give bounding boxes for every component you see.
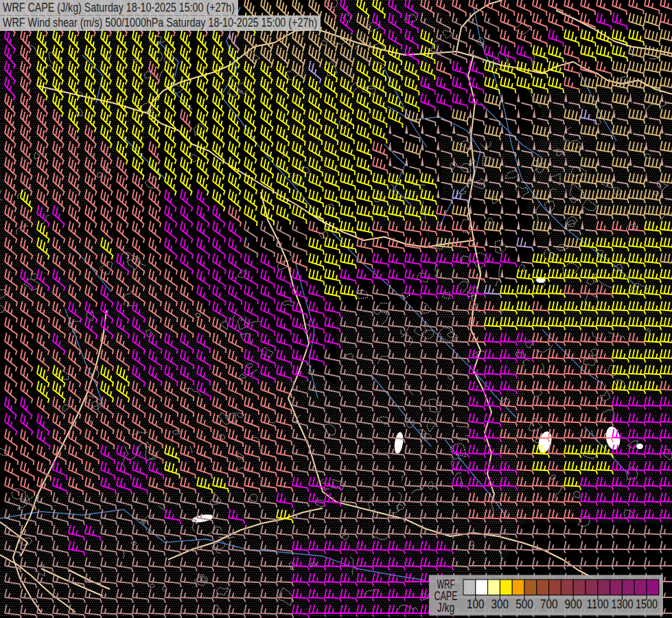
- svg-text:J/kg: J/kg: [437, 601, 455, 615]
- svg-text:300: 300: [491, 597, 509, 611]
- svg-text:1100: 1100: [587, 597, 609, 611]
- svg-text:100: 100: [467, 597, 485, 611]
- svg-text:WRF Wind shear (m/s) 500/1000h: WRF Wind shear (m/s) 500/1000hPa Saturda…: [3, 16, 317, 30]
- svg-text:WRF CAPE (J/kg) Saturday 18-10: WRF CAPE (J/kg) Saturday 18-10-2025 15:0…: [3, 1, 235, 14]
- svg-text:1300: 1300: [611, 597, 633, 611]
- svg-text:700: 700: [540, 597, 558, 611]
- svg-text:900: 900: [565, 597, 583, 611]
- svg-text:500: 500: [515, 597, 533, 611]
- svg-text:1500: 1500: [636, 597, 658, 611]
